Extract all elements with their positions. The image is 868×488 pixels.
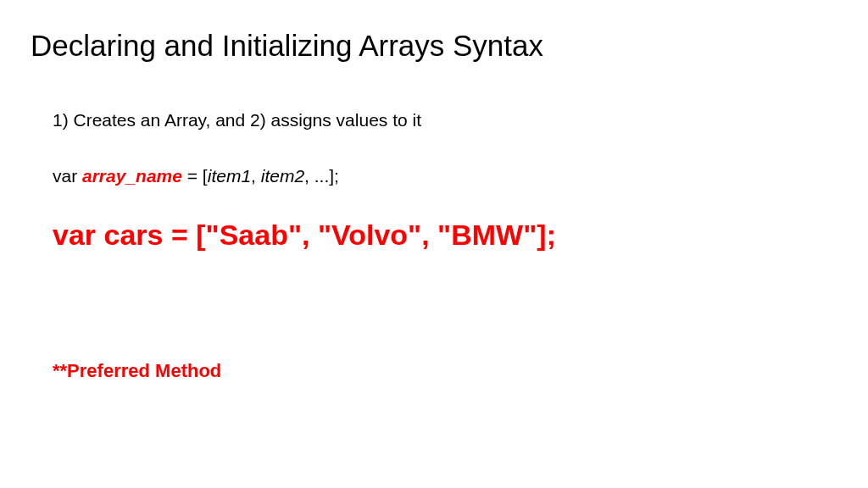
slide-content: 1) Creates an Array, and 2) assigns valu… — [31, 110, 837, 382]
syntax-equals-bracket: = [ — [182, 166, 208, 186]
syntax-template: var array_name = [item1, item2, ...]; — [53, 166, 837, 186]
syntax-sep1: , — [251, 166, 261, 186]
syntax-array-name: array_name — [82, 166, 182, 186]
syntax-item1: item1 — [208, 166, 251, 186]
example-code: var cars = ["Saab", "Volvo", "BMW"]; — [53, 219, 837, 252]
syntax-rest: , ...]; — [304, 166, 339, 186]
slide-title: Declaring and Initializing Arrays Syntax — [31, 29, 837, 63]
syntax-item2: item2 — [261, 166, 304, 186]
step-description: 1) Creates an Array, and 2) assigns valu… — [53, 110, 837, 130]
preferred-method-note: **Preferred Method — [53, 360, 837, 382]
syntax-var-keyword: var — [53, 166, 82, 186]
